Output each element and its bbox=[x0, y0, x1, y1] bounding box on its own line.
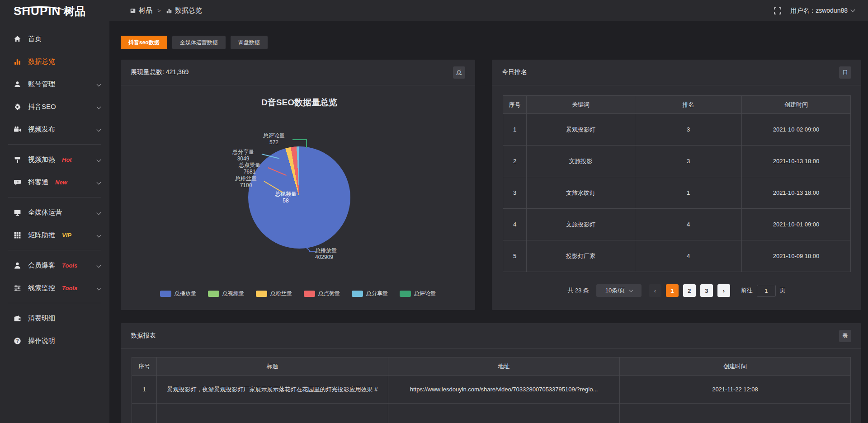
day-badge-button[interactable]: 日 bbox=[839, 66, 851, 79]
sidebar-item-全媒体运营[interactable]: 全媒体运营 bbox=[0, 201, 109, 224]
sidebar-item-label: 数据总览 bbox=[28, 57, 55, 66]
table-cell[interactable]: https://www.iesdouyin.com/share/video/70… bbox=[388, 376, 620, 404]
report-table: 序号标题地址创建时间 1景观投影灯，夜游景观投影灯厂家展示展示落花灯在花园里的灯… bbox=[132, 357, 851, 423]
column-header-创建时间: 创建时间 bbox=[620, 357, 851, 376]
sidebar-item-首页[interactable]: 首页 bbox=[0, 28, 109, 50]
pie-connector-line bbox=[309, 251, 316, 252]
sidebar-item-label: 全媒体运营 bbox=[28, 208, 62, 217]
tab-抖音seo数据[interactable]: 抖音seo数据 bbox=[121, 36, 167, 49]
tab-全媒体运营数据[interactable]: 全媒体运营数据 bbox=[172, 36, 226, 49]
breadcrumb-root[interactable]: 树品 bbox=[139, 6, 152, 15]
pie-label-value: 402909 bbox=[315, 254, 359, 261]
pie-label-总播放量: 总播放量402909 bbox=[315, 247, 359, 261]
sidebar-item-会员爆客[interactable]: 会员爆客Tools bbox=[0, 254, 109, 277]
sidebar-item-label: 操作说明 bbox=[28, 337, 55, 345]
pie-label-name: 总点赞量 bbox=[231, 162, 268, 169]
user-label: 用户名：zswodun88 bbox=[790, 7, 848, 15]
pie-label-value: 3049 bbox=[225, 155, 262, 162]
pie-label-name: 总视频量 bbox=[270, 191, 302, 197]
table-badge-button[interactable]: 表 bbox=[839, 330, 851, 342]
page-buttons: 123 bbox=[666, 284, 713, 297]
legend-item-总视频量[interactable]: 总视频量 bbox=[208, 290, 244, 297]
legend-swatch bbox=[304, 291, 315, 297]
legend-item-总分享量[interactable]: 总分享量 bbox=[352, 290, 388, 297]
tab-询盘数据[interactable]: 询盘数据 bbox=[231, 36, 268, 49]
legend-label: 总点赞量 bbox=[318, 290, 340, 297]
column-header-序号: 序号 bbox=[132, 357, 157, 376]
pie-connector-line bbox=[292, 139, 307, 140]
table-cell: 3 bbox=[635, 114, 742, 146]
page-button-3[interactable]: 3 bbox=[700, 284, 713, 297]
legend-label: 总粉丝量 bbox=[270, 290, 292, 297]
table-cell: 4 bbox=[635, 240, 742, 272]
table-row: 3文旅水纹灯12021-10-13 18:00 bbox=[503, 177, 851, 209]
table-cell: 文旅投影灯 bbox=[527, 209, 635, 240]
legend-item-总评论量[interactable]: 总评论量 bbox=[400, 290, 436, 297]
wallet-icon bbox=[14, 315, 21, 322]
chevron-down-icon bbox=[97, 180, 101, 184]
sidebar-item-视频发布[interactable]: 视频发布 bbox=[0, 118, 109, 141]
chevron-down-icon bbox=[97, 104, 101, 109]
table-row bbox=[132, 404, 851, 423]
fullscreen-icon[interactable] bbox=[774, 7, 781, 14]
table-cell: 景观投影灯，夜游景观投影灯厂家展示展示落花灯在花园里的灯光投影应用效果 # bbox=[157, 376, 388, 404]
sidebar-item-消费明细[interactable]: 消费明细 bbox=[0, 307, 109, 329]
sidebar-item-抖客通[interactable]: 抖客通New bbox=[0, 171, 109, 193]
topbar: SHUPIN 树品 树品 > 数据总览 用户名：zswodun88 bbox=[0, 0, 868, 21]
legend-item-总播放量[interactable]: 总播放量 bbox=[160, 290, 196, 297]
chevron-down-icon bbox=[97, 157, 101, 162]
chevron-down-icon bbox=[97, 233, 101, 237]
legend-swatch bbox=[208, 291, 219, 297]
sidebar-item-线索监控[interactable]: 线索监控Tools bbox=[0, 277, 109, 299]
page-button-1[interactable]: 1 bbox=[666, 284, 679, 297]
next-page-button[interactable]: › bbox=[717, 284, 730, 297]
legend-item-总粉丝量[interactable]: 总粉丝量 bbox=[256, 290, 292, 297]
table-cell: 1 bbox=[503, 114, 527, 146]
ranking-table: 序号关键词排名创建时间 1景观投影灯32021-10-02 09:002文旅投影… bbox=[503, 95, 851, 272]
home-icon bbox=[14, 35, 21, 43]
legend-swatch bbox=[256, 291, 267, 297]
legend-label: 总分享量 bbox=[366, 290, 388, 297]
sidebar-item-label: 视频加热 bbox=[28, 155, 55, 164]
pie-label-name: 总播放量 bbox=[315, 247, 359, 254]
sidebar-item-label: 首页 bbox=[28, 35, 42, 43]
gear-icon bbox=[14, 103, 21, 111]
breadcrumb-current[interactable]: 数据总览 bbox=[175, 6, 202, 15]
user-icon bbox=[14, 80, 21, 88]
table-cell bbox=[388, 404, 620, 423]
sidebar-item-矩阵助推[interactable]: 矩阵助推VIP bbox=[0, 224, 109, 246]
breadcrumb-separator: > bbox=[157, 7, 161, 14]
column-header-关键词: 关键词 bbox=[527, 96, 635, 114]
sidebar-item-badge: Tools bbox=[62, 262, 77, 269]
legend-item-总点赞量[interactable]: 总点赞量 bbox=[304, 290, 340, 297]
sidebar-item-数据总览[interactable]: 数据总览 bbox=[0, 50, 109, 73]
table-cell: 2021-10-02 09:00 bbox=[742, 114, 851, 146]
user-menu[interactable]: 用户名：zswodun88 bbox=[790, 7, 854, 15]
sidebar-item-抖音SEO[interactable]: 抖音SEO bbox=[0, 95, 109, 118]
sidebar-item-操作说明[interactable]: ?操作说明 bbox=[0, 329, 109, 352]
page-size-select[interactable]: 10条/页 bbox=[596, 284, 642, 297]
bar-chart-icon bbox=[14, 58, 21, 66]
question-circle-icon: ? bbox=[14, 337, 21, 345]
sidebar-item-label: 抖音SEO bbox=[28, 103, 56, 111]
svg-text:?: ? bbox=[16, 338, 19, 343]
pie-label-value: 58 bbox=[270, 197, 302, 204]
total-badge-button[interactable]: 总 bbox=[453, 66, 465, 79]
page-button-2[interactable]: 2 bbox=[683, 284, 696, 297]
legend-label: 总播放量 bbox=[175, 290, 196, 297]
ranking-panel-header: 今日排名 日 bbox=[492, 60, 861, 85]
table-cell: 2021-10-13 18:00 bbox=[742, 177, 851, 209]
goto-page-input[interactable] bbox=[757, 285, 776, 297]
pagination: 共 23 条 10条/页 ‹ 123 › 前往 页 bbox=[492, 284, 861, 297]
sidebar-item-视频加热[interactable]: 视频加热Hot bbox=[0, 148, 109, 171]
ranking-table-header: 序号关键词排名创建时间 bbox=[503, 96, 851, 114]
legend-swatch bbox=[400, 291, 411, 297]
chevron-down-icon bbox=[97, 127, 101, 132]
monitor-icon bbox=[14, 209, 21, 216]
sidebar-item-badge: Tools bbox=[62, 285, 77, 291]
sidebar: 首页数据总览账号管理抖音SEO视频发布视频加热Hot抖客通New全媒体运营矩阵助… bbox=[0, 21, 109, 423]
sidebar-item-账号管理[interactable]: 账号管理 bbox=[0, 73, 109, 95]
prev-page-button[interactable]: ‹ bbox=[649, 284, 661, 297]
goto-suffix: 页 bbox=[780, 287, 786, 295]
sidebar-item-badge: VIP bbox=[62, 232, 71, 239]
